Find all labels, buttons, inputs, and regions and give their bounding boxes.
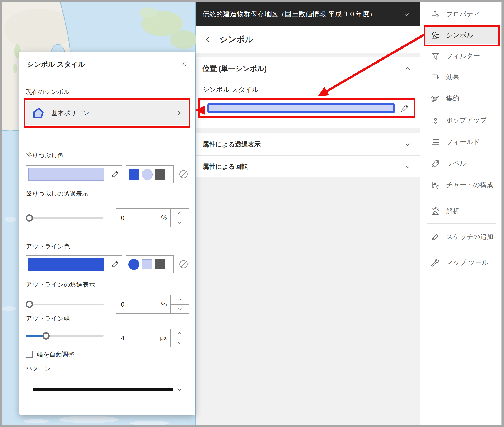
shapes-icon <box>431 31 440 40</box>
wrench-icon <box>431 258 440 267</box>
edit-pencil-icon[interactable] <box>111 170 119 178</box>
sidebar-item-label: フィールド <box>446 137 480 147</box>
chevron-down-icon <box>176 386 183 393</box>
cluster-icon <box>431 94 440 103</box>
solid-line-swatch <box>33 388 173 391</box>
symbol-style-panel: シンボル スタイル 現在のシンボル 基本ポリゴン 塗りつぶし色 <box>19 52 195 415</box>
auto-width-label: 幅を自動調整 <box>37 350 74 358</box>
symbol-style-label: シンボル スタイル <box>203 85 259 94</box>
outline-color-label: アウトライン色 <box>26 242 70 251</box>
sidebar-item-label: フィルター <box>446 52 480 61</box>
sidebar-item-popup[interactable]: ポップアップ <box>425 112 498 129</box>
location-section-header[interactable]: 位置 (単一シンボル) <box>196 57 420 80</box>
selected-color-blue[interactable] <box>128 259 139 270</box>
px-unit: px <box>160 334 167 342</box>
sliders-icon <box>431 10 440 19</box>
stepper-up-icon[interactable] <box>171 295 189 305</box>
sidebar-item-label: プロパティ <box>446 10 480 19</box>
no-color-icon[interactable] <box>179 259 188 269</box>
layer-title-bar[interactable]: 伝統的建造物群保存地区（国土数値情報 平成３０年度） <box>196 2 420 26</box>
panel-title: シンボル スタイル <box>27 60 85 69</box>
app-window: 伝統的建造物群保存地区（国土数値情報 平成３０年度） シンボル 位置 (単一シン… <box>2 2 502 425</box>
stepper-up-icon[interactable] <box>171 209 189 218</box>
edit-pencil-icon[interactable] <box>111 260 119 268</box>
outline-transparency-slider-handle[interactable] <box>26 301 33 308</box>
tag-icon <box>431 159 440 168</box>
percent-unit: % <box>161 301 167 308</box>
recent-color-gray[interactable] <box>155 169 165 180</box>
fill-color-label: 塗りつぶし色 <box>26 151 64 160</box>
fill-transparency-input[interactable] <box>116 209 167 227</box>
sidebar-item-map-tools[interactable]: マップ ツール <box>425 254 498 271</box>
transparency-by-attribute-label: 属性による透過表示 <box>203 140 261 149</box>
sidebar-item-aggregation[interactable]: 集約 <box>425 90 498 107</box>
fill-color-picker[interactable] <box>26 165 122 183</box>
sidebar-scrollbar[interactable] <box>501 2 502 425</box>
sidebar-item-label: スケッチの追加 <box>446 232 493 242</box>
stepper-down-icon[interactable] <box>171 305 189 314</box>
outline-transparency-slider[interactable] <box>26 304 104 305</box>
chevron-down-icon[interactable] <box>402 11 410 18</box>
sidebar-item-filter[interactable]: フィルター <box>425 47 498 65</box>
fill-recent-colors <box>126 165 174 183</box>
divider <box>19 77 195 77</box>
no-color-icon[interactable] <box>179 169 188 179</box>
sidebar-item-fields[interactable]: フィールド <box>425 133 498 151</box>
stepper-down-icon[interactable] <box>171 218 189 227</box>
outline-width-input[interactable] <box>116 329 167 348</box>
sidebar-item-add-sketch[interactable]: スケッチの追加 <box>425 228 498 246</box>
outline-color-picker[interactable] <box>26 255 122 273</box>
edit-pencil-icon[interactable] <box>400 104 409 113</box>
stepper <box>170 295 189 313</box>
fields-icon <box>431 137 440 147</box>
pane-header: シンボル <box>196 26 420 53</box>
sidebar-item-effects[interactable]: 効果 <box>425 69 498 86</box>
back-chevron-icon[interactable] <box>204 36 211 43</box>
fill-color-swatch <box>28 168 104 181</box>
sidebar-item-labels[interactable]: ラベル <box>425 155 498 172</box>
sidebar-item-chart-config[interactable]: チャートの構成 <box>425 176 498 194</box>
outline-color-swatch <box>28 258 104 271</box>
selected-color-lavender[interactable] <box>142 169 153 180</box>
symbol-pane: 伝統的建造物群保存地区（国土数値情報 平成３０年度） シンボル 位置 (単一シン… <box>196 2 420 425</box>
rotation-by-attribute-row[interactable]: 属性による回転 <box>196 156 420 177</box>
recent-color-gray[interactable] <box>155 259 165 269</box>
location-section-title: 位置 (単一シンボル) <box>203 64 267 74</box>
sidebar-item-label: チャートの構成 <box>446 180 493 190</box>
chevron-up-icon[interactable] <box>404 65 411 72</box>
recent-color-lavender[interactable] <box>142 259 152 269</box>
recent-color-blue[interactable] <box>129 169 139 180</box>
pattern-select[interactable] <box>26 378 189 400</box>
close-icon[interactable] <box>179 59 188 69</box>
divider <box>427 223 496 224</box>
chevron-down-icon[interactable] <box>404 141 411 148</box>
layer-title: 伝統的建造物群保存地区（国土数値情報 平成３０年度） <box>203 10 376 19</box>
popup-icon <box>431 116 440 125</box>
divider <box>427 249 496 249</box>
sidebar-item-label: 解析 <box>446 206 459 216</box>
sidebar-item-label: シンボル <box>446 31 473 40</box>
fill-transparency-slider[interactable] <box>26 217 104 219</box>
current-symbol-label: 現在のシンボル <box>26 88 70 96</box>
sidebar-item-label: ラベル <box>446 159 466 168</box>
filter-icon <box>431 52 440 61</box>
sidebar-item-properties[interactable]: プロパティ <box>425 6 498 23</box>
fill-transparency-input-group: % <box>116 208 189 227</box>
pattern-label: パターン <box>26 364 51 373</box>
sidebar-item-label: マップ ツール <box>446 258 489 267</box>
fill-transparency-slider-handle[interactable] <box>26 214 33 222</box>
outline-transparency-input[interactable] <box>116 295 167 314</box>
chevron-down-icon[interactable] <box>404 163 411 170</box>
polygon-symbol-icon <box>32 107 45 119</box>
stepper-down-icon[interactable] <box>171 338 189 347</box>
sidebar-item-symbol[interactable]: シンボル <box>425 27 498 44</box>
transparency-by-attribute-row[interactable]: 属性による透過表示 <box>196 133 420 155</box>
rotation-by-attribute-label: 属性による回転 <box>203 162 248 171</box>
outline-width-slider-handle[interactable] <box>42 332 50 340</box>
sidebar-item-analysis[interactable]: 解析 <box>425 202 498 220</box>
current-symbol-button[interactable]: 基本ポリゴン <box>26 101 188 125</box>
symbol-style-preview-button[interactable] <box>204 100 414 117</box>
stepper-up-icon[interactable] <box>171 329 189 338</box>
outline-transparency-input-group: % <box>116 295 189 314</box>
auto-width-checkbox[interactable] <box>26 351 33 358</box>
